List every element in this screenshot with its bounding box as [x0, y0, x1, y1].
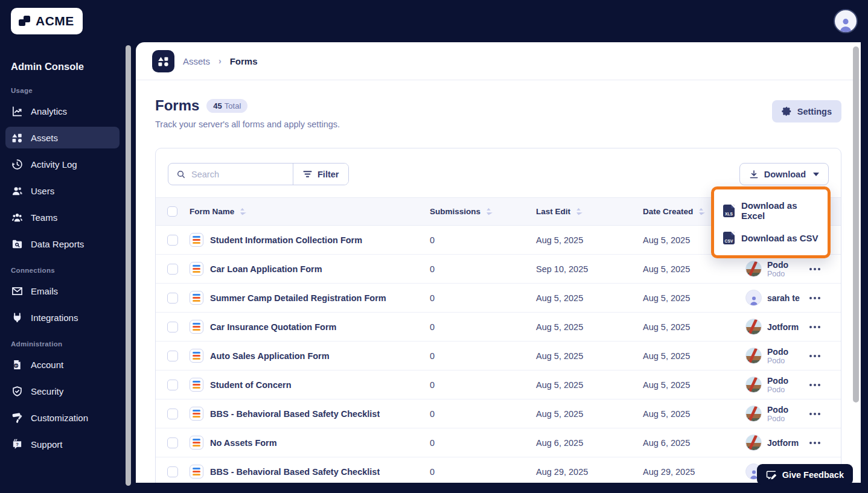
owner-name: Podo — [767, 260, 788, 270]
row-actions-menu[interactable] — [809, 355, 841, 357]
form-name[interactable]: Student Information Collection Form — [210, 235, 362, 245]
row-checkbox[interactable] — [167, 351, 178, 361]
owner-subname: Podo — [767, 386, 788, 394]
form-icon — [190, 262, 203, 276]
sidebar-item-label: Emails — [31, 286, 58, 296]
row-checkbox[interactable] — [167, 235, 178, 246]
row-actions-menu[interactable] — [809, 413, 841, 415]
sidebar-item-support[interactable]: ?Support — [5, 433, 120, 455]
owner-name: Podo — [767, 376, 788, 386]
sidebar-item-account[interactable]: $Account — [5, 354, 120, 375]
sidebar-item-label: Account — [31, 360, 63, 370]
give-feedback-button[interactable]: Give Feedback — [757, 464, 853, 485]
row-checkbox[interactable] — [167, 322, 178, 332]
owner-cell: PodoPodo — [745, 405, 809, 423]
menu-item-download-as-csv[interactable]: CSVDownload as CSV — [714, 226, 828, 250]
sidebar-item-assets[interactable]: Assets — [5, 127, 120, 148]
form-name[interactable]: No Assets Form — [210, 438, 277, 448]
form-name[interactable]: Auto Sales Application Form — [210, 351, 330, 361]
sidebar-scrollbar-thumb[interactable] — [126, 45, 131, 486]
submissions-count: 0 — [430, 322, 536, 332]
menu-item-download-as-excel[interactable]: XLSDownload as Excel — [714, 195, 828, 226]
row-actions-menu[interactable] — [809, 297, 841, 299]
last-edit-date: Aug 5, 2025 — [536, 409, 643, 419]
settings-button[interactable]: Settings — [772, 100, 841, 122]
form-name[interactable]: BBS - Behavioral Based Safety Checklist — [210, 467, 380, 477]
sidebar-item-security[interactable]: Security — [5, 380, 120, 402]
owner-subname: Podo — [767, 270, 788, 278]
page-subtitle: Track your server's all forms and apply … — [155, 119, 340, 129]
form-name[interactable]: Student of Concern — [210, 380, 292, 390]
sidebar-nav: UsageAnalyticsAssetsActivity LogUsersTea… — [5, 87, 120, 455]
sidebar-item-label: Data Reports — [31, 239, 84, 249]
sidebar-item-label: Analytics — [31, 106, 67, 116]
sidebar-item-customization[interactable]: Customization — [5, 407, 120, 428]
column-header-last-edit[interactable]: Last Edit — [536, 207, 643, 216]
owner-name: Jotform — [767, 322, 799, 332]
row-checkbox[interactable] — [167, 409, 178, 419]
breadcrumb-forms: Forms — [230, 56, 258, 66]
sidebar-item-users[interactable]: Users — [5, 180, 120, 202]
teams-icon — [11, 212, 23, 223]
breadcrumb: Assets › Forms — [136, 42, 861, 80]
sidebar-item-teams[interactable]: Teams — [5, 206, 120, 228]
row-actions-menu[interactable] — [809, 326, 841, 328]
select-all-checkbox[interactable] — [167, 206, 177, 217]
email-icon — [11, 285, 23, 297]
sort-icon[interactable] — [485, 208, 493, 215]
search-input[interactable] — [191, 170, 285, 179]
filter-label: Filter — [318, 170, 339, 179]
row-checkbox[interactable] — [167, 380, 178, 390]
sidebar-item-data-reports[interactable]: Data Reports — [5, 233, 120, 255]
badge-count: 45 — [213, 101, 222, 110]
form-name[interactable]: Car Insurance Quotation Form — [210, 322, 336, 332]
row-actions-menu[interactable] — [809, 268, 841, 270]
main-panel: Assets › Forms Forms 45 Total Track your… — [136, 42, 861, 483]
feedback-label: Give Feedback — [782, 470, 844, 480]
filter-button[interactable]: Filter — [293, 164, 348, 185]
chevron-right-icon: › — [219, 56, 222, 66]
acme-logo[interactable]: ACME — [11, 8, 83, 34]
row-actions-menu[interactable] — [809, 384, 841, 386]
content-scrollbar-thumb[interactable] — [853, 46, 859, 402]
date-created: Aug 29, 2025 — [643, 467, 745, 477]
sidebar-item-label: Customization — [31, 413, 88, 423]
search-box[interactable] — [168, 164, 293, 185]
column-header-form-name[interactable]: Form Name — [190, 207, 430, 216]
submissions-count: 0 — [430, 409, 536, 419]
assets-breadcrumb-icon[interactable] — [152, 50, 174, 72]
sidebar-item-label: Activity Log — [31, 159, 77, 170]
download-button[interactable]: Download — [739, 163, 829, 185]
sidebar-item-label: Integrations — [31, 313, 78, 323]
sort-icon[interactable] — [697, 208, 705, 215]
sort-icon[interactable] — [575, 208, 582, 215]
logo-text: ACME — [36, 14, 74, 28]
row-checkbox[interactable] — [167, 466, 178, 477]
sidebar-item-activity-log[interactable]: Activity Log — [5, 153, 120, 175]
form-name[interactable]: Summer Camp Detailed Registration Form — [210, 293, 386, 303]
sidebar-title: Admin Console — [11, 61, 114, 72]
form-name[interactable]: Car Loan Application Form — [210, 264, 322, 274]
row-checkbox[interactable] — [167, 264, 178, 275]
form-name[interactable]: BBS - Behavioral Based Safety Checklist — [210, 409, 380, 419]
last-edit-date: Aug 5, 2025 — [536, 380, 643, 390]
menu-item-label: Download as Excel — [741, 200, 819, 221]
date-created: Aug 5, 2025 — [643, 409, 745, 419]
row-checkbox[interactable] — [167, 293, 178, 304]
sidebar-item-analytics[interactable]: Analytics — [5, 100, 120, 122]
sidebar-item-integrations[interactable]: Integrations — [5, 307, 120, 328]
owner-subname: Podo — [767, 357, 788, 365]
column-header-submissions[interactable]: Submissions — [430, 207, 536, 216]
breadcrumb-assets[interactable]: Assets — [183, 56, 210, 66]
users-icon — [11, 185, 23, 197]
row-actions-menu[interactable] — [809, 442, 841, 444]
sort-icon[interactable] — [238, 208, 246, 215]
row-checkbox[interactable] — [167, 437, 178, 448]
submissions-count: 0 — [430, 438, 536, 448]
table-row: Car Loan Application Form0Sep 10, 2025Au… — [156, 255, 841, 284]
activity-log-icon — [11, 159, 23, 170]
sidebar-item-emails[interactable]: Emails — [5, 280, 120, 302]
user-avatar[interactable] — [834, 9, 858, 33]
feedback-icon — [766, 469, 777, 480]
assets-icon — [11, 132, 23, 144]
